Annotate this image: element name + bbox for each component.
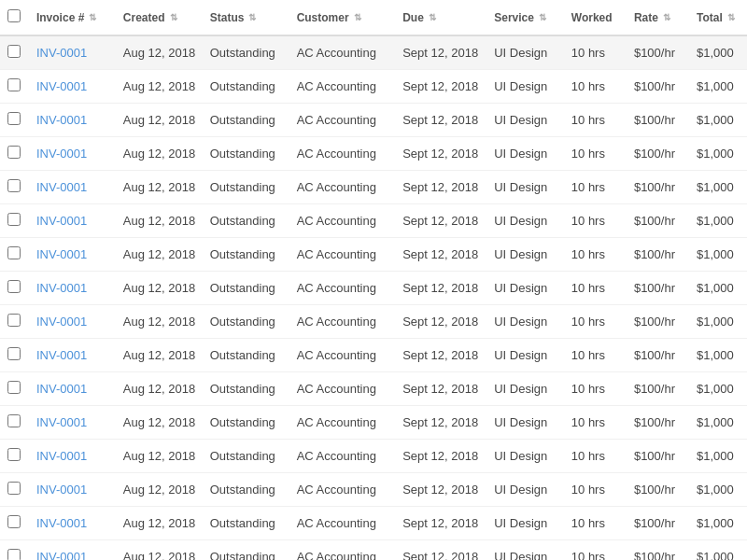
created-cell: Aug 12, 2018: [116, 540, 203, 561]
total-cell: $1,000: [689, 70, 747, 104]
row-checkbox[interactable]: [7, 112, 21, 125]
row-checkbox[interactable]: [7, 246, 21, 259]
total-cell: $1,000: [689, 440, 747, 473]
service-cell: UI Design: [486, 440, 564, 473]
worked-cell: 10 hrs: [564, 272, 627, 305]
invoice-link[interactable]: INV-0001: [36, 382, 87, 396]
due-cell: Sept 12, 2018: [395, 305, 486, 339]
customer-cell: AC Accounting: [289, 406, 396, 440]
row-checkbox[interactable]: [7, 213, 21, 226]
table-row: INV-0001Aug 12, 2018OutstandingAC Accoun…: [0, 137, 747, 171]
sort-rate-icon[interactable]: ⇅: [663, 12, 670, 22]
table-row: INV-0001Aug 12, 2018OutstandingAC Accoun…: [0, 204, 747, 238]
worked-cell: 10 hrs: [564, 406, 627, 440]
row-checkbox[interactable]: [7, 414, 21, 427]
worked-cell: 10 hrs: [564, 440, 627, 473]
worked-cell: 10 hrs: [564, 339, 627, 372]
invoice-link[interactable]: INV-0001: [36, 79, 87, 93]
invoice-link[interactable]: INV-0001: [36, 315, 87, 329]
status-cell: Outstanding: [203, 104, 289, 137]
sort-due-icon[interactable]: ⇅: [429, 12, 436, 22]
sort-created-icon[interactable]: ⇅: [170, 12, 177, 22]
invoice-link[interactable]: INV-0001: [36, 281, 87, 295]
rate-cell: $100/hr: [627, 305, 689, 339]
sort-status-icon[interactable]: ⇅: [248, 12, 256, 22]
header-customer[interactable]: Customer ⇅: [289, 0, 396, 35]
due-cell: Sept 12, 2018: [395, 406, 486, 440]
service-cell: UI Design: [486, 406, 564, 440]
row-checkbox[interactable]: [7, 515, 21, 528]
service-cell: UI Design: [486, 137, 564, 171]
service-cell: UI Design: [486, 70, 564, 104]
rate-cell: $100/hr: [627, 238, 689, 272]
rate-cell: $100/hr: [627, 540, 689, 561]
created-cell: Aug 12, 2018: [116, 372, 203, 406]
sort-service-icon[interactable]: ⇅: [539, 12, 546, 22]
invoice-link[interactable]: INV-0001: [36, 516, 87, 530]
table-row: INV-0001Aug 12, 2018OutstandingAC Accoun…: [0, 238, 747, 272]
rate-cell: $100/hr: [627, 70, 689, 104]
row-checkbox[interactable]: [7, 45, 21, 58]
header-due-label: Due: [402, 11, 424, 24]
header-service[interactable]: Service ⇅: [486, 0, 564, 35]
status-cell: Outstanding: [203, 238, 289, 272]
header-worked[interactable]: Worked: [564, 0, 627, 35]
invoice-link[interactable]: INV-0001: [36, 247, 87, 261]
customer-cell: AC Accounting: [289, 137, 396, 171]
header-status[interactable]: Status ⇅: [203, 0, 289, 35]
status-cell: Outstanding: [203, 204, 289, 238]
header-invoice[interactable]: Invoice # ⇅: [29, 0, 116, 35]
invoice-link[interactable]: INV-0001: [36, 214, 87, 228]
invoice-link[interactable]: INV-0001: [36, 113, 87, 127]
worked-cell: 10 hrs: [564, 238, 627, 272]
row-checkbox[interactable]: [7, 549, 21, 560]
total-cell: $1,000: [689, 473, 747, 507]
service-cell: UI Design: [486, 305, 564, 339]
status-cell: Outstanding: [203, 35, 289, 70]
sort-customer-icon[interactable]: ⇅: [354, 12, 361, 22]
customer-cell: AC Accounting: [289, 171, 396, 204]
header-created[interactable]: Created ⇅: [116, 0, 203, 35]
select-all-checkbox[interactable]: [7, 9, 21, 22]
service-cell: UI Design: [486, 339, 564, 372]
header-customer-label: Customer: [297, 11, 349, 24]
header-rate[interactable]: Rate ⇅: [627, 0, 689, 35]
sort-total-icon[interactable]: ⇅: [727, 12, 735, 22]
invoice-link[interactable]: INV-0001: [36, 147, 87, 161]
header-due[interactable]: Due ⇅: [395, 0, 486, 35]
status-cell: Outstanding: [203, 406, 289, 440]
worked-cell: 10 hrs: [564, 540, 627, 561]
rate-cell: $100/hr: [627, 272, 689, 305]
invoice-link[interactable]: INV-0001: [36, 415, 87, 429]
invoice-link[interactable]: INV-0001: [36, 449, 87, 463]
row-checkbox[interactable]: [7, 146, 21, 159]
row-checkbox[interactable]: [7, 347, 21, 360]
rate-cell: $100/hr: [627, 35, 689, 70]
row-checkbox[interactable]: [7, 78, 21, 91]
customer-cell: AC Accounting: [289, 339, 396, 372]
due-cell: Sept 12, 2018: [395, 204, 486, 238]
invoice-link[interactable]: INV-0001: [36, 348, 87, 362]
row-checkbox[interactable]: [7, 280, 21, 293]
row-checkbox[interactable]: [7, 314, 21, 327]
customer-cell: AC Accounting: [289, 440, 396, 473]
header-total[interactable]: Total ⇅: [689, 0, 747, 35]
created-cell: Aug 12, 2018: [116, 70, 203, 104]
row-checkbox[interactable]: [7, 381, 21, 394]
rate-cell: $100/hr: [627, 137, 689, 171]
row-checkbox[interactable]: [7, 179, 21, 192]
row-checkbox[interactable]: [7, 482, 21, 495]
invoice-link[interactable]: INV-0001: [36, 180, 87, 194]
status-cell: Outstanding: [203, 339, 289, 372]
rate-cell: $100/hr: [627, 473, 689, 507]
total-cell: $1,000: [689, 104, 747, 137]
invoice-link[interactable]: INV-0001: [36, 483, 87, 497]
header-worked-label: Worked: [571, 11, 613, 24]
due-cell: Sept 12, 2018: [395, 507, 486, 540]
rate-cell: $100/hr: [627, 104, 689, 137]
row-checkbox[interactable]: [7, 448, 21, 461]
sort-invoice-icon[interactable]: ⇅: [89, 12, 96, 22]
invoice-link[interactable]: INV-0001: [36, 550, 87, 560]
invoice-link[interactable]: INV-0001: [36, 46, 87, 60]
total-cell: $1,000: [689, 272, 747, 305]
